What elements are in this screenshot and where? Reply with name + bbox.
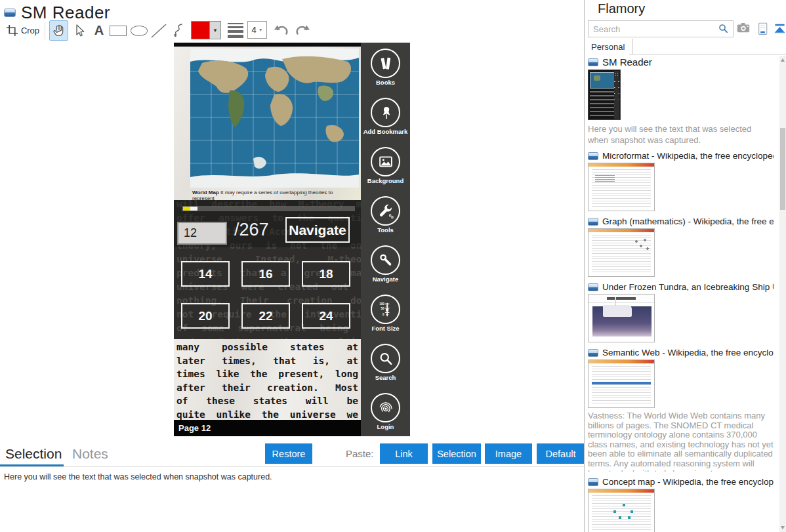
page-16-button[interactable]: 16 — [241, 261, 290, 287]
search-icon — [377, 350, 394, 367]
tab-notes[interactable]: Notes — [72, 446, 108, 462]
reader-page: World Map It may require a series of ove… — [174, 43, 361, 436]
list-item-semantic-web[interactable]: Semantic Web - Wikipedia, the free encyc… — [588, 348, 774, 472]
snapshot-thumbnail[interactable] — [588, 163, 655, 211]
page-18-button[interactable]: 18 — [302, 261, 350, 287]
squiggle-icon — [171, 23, 184, 39]
color-picker[interactable]: ▼ — [191, 21, 221, 39]
line-width-button[interactable] — [226, 20, 245, 41]
progress-segment-current — [183, 207, 190, 211]
paste-link-button[interactable]: Link — [380, 443, 428, 464]
list-item-concept-map[interactable]: Concept map - Wikipedia, the free encycl… — [588, 477, 774, 532]
page-22-button[interactable]: 22 — [241, 303, 290, 329]
scroll-up-icon[interactable] — [781, 58, 785, 62]
menu-item-search[interactable]: Search — [361, 338, 410, 387]
sidebar-title: Flamory — [598, 1, 645, 16]
restore-button[interactable]: Restore — [265, 443, 312, 464]
snapshot-thumbnail[interactable] — [588, 359, 655, 408]
tab-personal[interactable]: Personal — [588, 39, 633, 54]
readable-book-text-zone: many possible states at later times, tha… — [174, 339, 361, 420]
undo-button[interactable] — [272, 20, 291, 41]
paste-default-button[interactable]: Default — [537, 443, 585, 464]
reader-menu-strip: Books Add Bookmark Background Tools Navi… — [361, 43, 410, 436]
note-icon[interactable] — [757, 22, 768, 35]
flamory-sidebar: Flamory Personal SM Reader Here you will… — [584, 0, 786, 532]
list-item-under-frozen-tundra[interactable]: Under Frozen Tundra, an Icebreaking Ship… — [588, 282, 774, 342]
menu-item-font-size[interactable]: 100 50 0 Font Size — [361, 289, 410, 338]
pan-tool-button[interactable] — [49, 20, 68, 41]
page-14-button[interactable]: 14 — [181, 261, 230, 287]
paste-selection-button[interactable]: Selection — [432, 443, 481, 464]
item-title: Concept map - Wikipedia, the free encycl… — [602, 477, 774, 487]
reading-progress-bar[interactable] — [182, 206, 355, 211]
ellipse-icon — [131, 26, 148, 36]
menu-item-login[interactable]: Login — [361, 387, 410, 436]
menu-item-books[interactable]: Books — [361, 43, 410, 92]
color-swatch[interactable] — [192, 22, 210, 39]
menu-item-tools[interactable]: Tools — [361, 190, 410, 239]
progress-segment-marker — [190, 207, 197, 211]
list-item-microformat[interactable]: Microformat - Wikipedia, the free encycl… — [588, 151, 774, 211]
snapshot-thumbnail[interactable] — [588, 228, 655, 277]
toolbar-separator — [45, 22, 45, 39]
flamory-item-icon — [588, 152, 598, 160]
line-icon — [150, 23, 167, 39]
svg-text:50: 50 — [381, 307, 384, 310]
camera-snapshot-icon[interactable] — [737, 22, 750, 33]
ellipse-tool-button[interactable] — [129, 20, 149, 41]
collapse-panel-icon[interactable] — [774, 22, 786, 35]
line-tool-button[interactable] — [150, 20, 168, 41]
list-item-sm-reader[interactable]: SM Reader Here you will see the text tha… — [588, 56, 774, 146]
tab-selection[interactable]: Selection — [5, 446, 62, 462]
crop-button[interactable]: Crop — [4, 20, 42, 41]
search-icon[interactable] — [718, 24, 728, 33]
flamory-item-icon — [588, 218, 598, 226]
dimmed-book-text-zone: will describe how M-theory may offer ans… — [174, 200, 361, 339]
rectangle-icon — [110, 26, 127, 36]
select-tool-button[interactable] — [71, 20, 89, 41]
flamory-item-icon — [588, 349, 598, 357]
rectangle-tool-button[interactable] — [108, 20, 128, 41]
snapshot-canvas[interactable]: World Map It may require a series of ove… — [174, 43, 410, 436]
page-status-bar: Page 12 — [174, 420, 361, 436]
size-dropdown[interactable]: 4 ▼ — [247, 21, 267, 39]
paste-image-button[interactable]: Image — [485, 443, 532, 464]
bottom-divider — [0, 466, 584, 467]
snapshot-thumbnail[interactable] — [588, 70, 621, 120]
menu-item-navigate[interactable]: Navigate — [361, 239, 410, 289]
redo-button[interactable] — [293, 20, 312, 41]
page-24-button[interactable]: 24 — [302, 303, 350, 329]
page-20-button[interactable]: 20 — [181, 303, 230, 329]
menu-item-add-bookmark[interactable]: Add Bookmark — [361, 92, 410, 141]
page-number-input[interactable] — [177, 222, 227, 245]
paste-label: Paste: — [346, 448, 374, 459]
search-input[interactable] — [588, 20, 734, 37]
flamory-logo-icon — [4, 9, 16, 17]
navigate-button[interactable]: Navigate — [285, 217, 350, 243]
item-title: Graph (mathematics) - Wikipedia, the fre… — [602, 216, 774, 226]
item-title: Semantic Web - Wikipedia, the free encyc… — [602, 348, 774, 358]
snapshot-thumbnail[interactable] — [588, 489, 655, 532]
flamory-item-icon — [588, 58, 598, 66]
flamory-item-icon — [588, 283, 598, 291]
freehand-tool-button[interactable] — [170, 20, 186, 41]
sidebar-scrollbar[interactable] — [779, 56, 786, 532]
item-title: Under Frozen Tundra, an Icebreaking Ship… — [602, 282, 774, 292]
list-item-graph-mathematics[interactable]: Graph (mathematics) - Wikipedia, the fre… — [588, 216, 774, 277]
flamory-item-icon — [588, 478, 598, 486]
color-dropdown-caret[interactable]: ▼ — [210, 22, 220, 39]
book-text: many possible states at later times, tha… — [174, 339, 361, 420]
line-width-icon — [228, 23, 243, 24]
tools-icon — [377, 203, 394, 220]
page-total-label: /267 — [234, 220, 269, 240]
cursor-icon — [73, 24, 87, 38]
scroll-down-icon[interactable] — [781, 526, 785, 529]
annotation-toolbar: Crop A ▼ 4 ▼ — [0, 20, 584, 42]
scrollbar-thumb[interactable] — [780, 128, 785, 210]
snapshot-thumbnail[interactable] — [588, 294, 655, 342]
navigate-icon — [377, 252, 394, 269]
menu-item-background[interactable]: Background — [361, 141, 410, 190]
text-tool-glyph: A — [94, 23, 104, 38]
text-tool-button[interactable]: A — [91, 20, 107, 41]
book-page-top: World Map It may require a series of ove… — [174, 47, 361, 200]
